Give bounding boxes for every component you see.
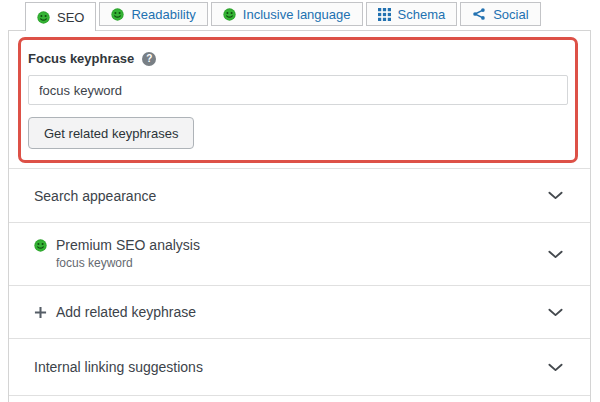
tab-label: Social	[493, 7, 528, 22]
seo-score-smiley-icon	[37, 11, 50, 24]
section-title: Search appearance	[34, 188, 156, 204]
readability-score-smiley-icon	[111, 8, 124, 21]
focus-keyphrase-label: Focus keyphrase	[28, 51, 134, 66]
collapsible-sections: Search appearance	[9, 168, 590, 396]
focus-keyphrase-section: Focus keyphrase ? Get related keyphrases	[9, 31, 590, 149]
tab-readability[interactable]: Readability	[99, 2, 207, 26]
section-title: Premium SEO analysis	[56, 237, 200, 253]
help-question-icon[interactable]: ?	[142, 52, 156, 66]
section-title: Internal linking suggestions	[34, 359, 203, 375]
social-share-icon	[472, 7, 486, 21]
tab-label: Readability	[131, 7, 195, 22]
section-add-related-keyphrase[interactable]: Add related keyphrase	[9, 285, 590, 338]
metabox-tabbar: SEO Readability Inclusive language	[25, 2, 544, 31]
chevron-down-icon[interactable]	[548, 250, 563, 259]
yoast-metabox-panel: Focus keyphrase ? Get related keyphrases…	[8, 30, 591, 402]
get-related-keyphrases-button[interactable]: Get related keyphrases	[28, 117, 194, 149]
tab-label: Schema	[398, 7, 446, 22]
chevron-down-icon[interactable]	[548, 363, 563, 372]
chevron-down-icon[interactable]	[548, 308, 563, 317]
tab-inclusive-language[interactable]: Inclusive language	[211, 2, 363, 26]
tab-seo[interactable]: SEO	[25, 2, 96, 31]
section-search-appearance[interactable]: Search appearance	[9, 168, 590, 222]
section-premium-seo-analysis[interactable]: Premium SEO analysis focus keyword	[9, 222, 590, 285]
tab-label: Inclusive language	[243, 7, 351, 22]
section-subtitle-keyphrase: focus keyword	[56, 256, 133, 270]
chevron-down-icon[interactable]	[548, 191, 563, 200]
plus-icon	[34, 306, 47, 319]
focus-keyphrase-input[interactable]	[28, 75, 568, 105]
inclusive-language-score-smiley-icon	[223, 8, 236, 21]
schema-grid-icon	[378, 8, 391, 21]
tab-schema[interactable]: Schema	[366, 2, 458, 26]
tab-social[interactable]: Social	[460, 2, 540, 26]
tab-label: SEO	[57, 10, 84, 25]
section-internal-linking-suggestions[interactable]: Internal linking suggestions	[9, 338, 590, 396]
section-title: Add related keyphrase	[56, 304, 196, 320]
analysis-score-smiley-icon	[34, 239, 47, 252]
